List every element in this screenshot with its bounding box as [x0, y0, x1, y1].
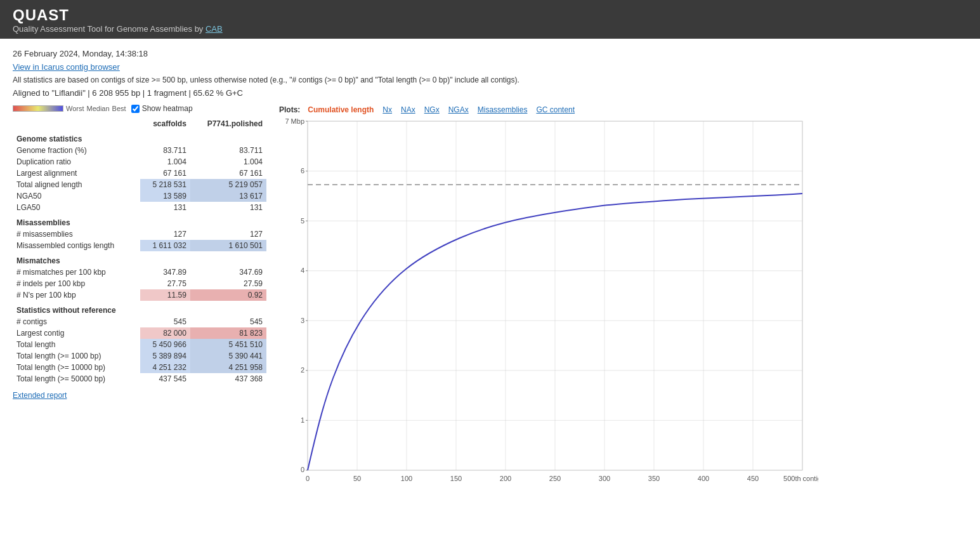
row-val2: 81 823 [190, 327, 266, 339]
row-label: Duplication ratio [13, 156, 140, 168]
row-label: LGA50 [13, 202, 140, 213]
row-val1: 1.004 [140, 156, 190, 168]
svg-text:7 Mbp: 7 Mbp [285, 118, 304, 125]
table-row: Total length (>= 10000 bp) 4 251 232 4 2… [13, 362, 266, 373]
datetime-line: 26 February 2024, Monday, 14:38:18 [13, 49, 967, 58]
svg-text:0: 0 [306, 475, 310, 482]
svg-text:50: 50 [353, 475, 361, 482]
tab-misassemblies[interactable]: Misassemblies [474, 104, 532, 115]
row-label: Largest contig [13, 327, 140, 339]
row-label: Total length [13, 339, 140, 350]
table-row: LGA50 131 131 [13, 202, 266, 213]
row-label: NGA50 [13, 190, 140, 202]
left-panel: Worst Median Best Show heatmap scaffolds… [13, 104, 266, 492]
table-row: # mismatches per 100 kbp 347.89 347.69 [13, 267, 266, 278]
cab-link[interactable]: CAB [206, 24, 223, 34]
row-val1: 347.89 [140, 267, 190, 278]
section-header: Misassemblies [13, 213, 266, 228]
table-row: # misassemblies 127 127 [13, 228, 266, 240]
row-label: Total length (>= 10000 bp) [13, 362, 140, 373]
row-val2: 347.69 [190, 267, 266, 278]
tab-cumulative[interactable]: Cumulative length [304, 104, 377, 115]
row-val1: 11.59 [140, 289, 190, 301]
chart-container: 7 Mbp 6 5 4 3 2 1 0 0 50 100 150 200 [279, 118, 818, 492]
chart-svg: 7 Mbp 6 5 4 3 2 1 0 0 50 100 150 200 [279, 118, 818, 492]
row-val2: 545 [190, 316, 266, 327]
tab-nx[interactable]: Nx [379, 104, 396, 115]
row-val2: 27.59 [190, 278, 266, 289]
row-label: # mismatches per 100 kbp [13, 267, 140, 278]
best-label: Best [112, 105, 126, 112]
section-header: Statistics without reference [13, 301, 266, 316]
row-val1: 27.75 [140, 278, 190, 289]
svg-text:100: 100 [401, 475, 412, 482]
chart-caption: Contigs are ordered from largest (contig… [279, 498, 818, 499]
row-val1: 82 000 [140, 327, 190, 339]
plot-tabs: Plots: Cumulative length Nx NAx NGx NGAx… [279, 104, 967, 115]
table-row: # indels per 100 kbp 27.75 27.59 [13, 278, 266, 289]
col-header-scaffolds: scaffolds [140, 118, 190, 129]
row-label: # indels per 100 kbp [13, 278, 140, 289]
tab-nax[interactable]: NAx [397, 104, 419, 115]
section-header-label: Statistics without reference [13, 301, 266, 316]
row-val1: 1 611 032 [140, 240, 190, 251]
svg-text:6: 6 [301, 167, 304, 175]
col-header-label [13, 118, 140, 129]
table-row: Total aligned length 5 218 531 5 219 057 [13, 179, 266, 190]
svg-text:400: 400 [698, 475, 709, 482]
section-header: Mismatches [13, 251, 266, 267]
tab-ngx[interactable]: NGx [421, 104, 443, 115]
svg-text:1: 1 [301, 416, 304, 424]
row-val1: 5 389 894 [140, 350, 190, 362]
row-val2: 127 [190, 228, 266, 240]
row-val2: 67 161 [190, 168, 266, 179]
show-heatmap-text: Show heatmap [142, 104, 193, 113]
row-val2: 1 610 501 [190, 240, 266, 251]
subtitle-text: Quality Assessment Tool for Genome Assem… [13, 24, 192, 34]
heatmap-bar: Worst Median Best Show heatmap [13, 104, 266, 113]
table-row: Duplication ratio 1.004 1.004 [13, 156, 266, 168]
extended-report-link[interactable]: Extended report [13, 391, 67, 400]
icarus-link[interactable]: View in Icarus contig browser [13, 62, 120, 72]
section-header-label: Mismatches [13, 251, 266, 267]
svg-text:0: 0 [301, 466, 304, 473]
row-val2: 83.711 [190, 145, 266, 156]
svg-text:500th contig: 500th contig [783, 475, 818, 482]
row-val1: 67 161 [140, 168, 190, 179]
row-val2: 5 451 510 [190, 339, 266, 350]
row-label: Total length (>= 1000 bp) [13, 350, 140, 362]
worst-label: Worst [66, 105, 84, 112]
section-header: Genome statistics [13, 129, 266, 145]
col-header-polished: P7741.polished [190, 118, 266, 129]
row-val1: 4 251 232 [140, 362, 190, 373]
show-heatmap-label[interactable]: Show heatmap [131, 104, 193, 113]
svg-text:5: 5 [301, 217, 304, 225]
show-heatmap-checkbox[interactable] [131, 105, 140, 113]
row-label: Misassembled contigs length [13, 240, 140, 251]
app-title: QUAST [13, 6, 967, 24]
row-label: Genome fraction (%) [13, 145, 140, 156]
table-row: Misassembled contigs length 1 611 032 1 … [13, 240, 266, 251]
row-val2: 0.92 [190, 289, 266, 301]
table-row: # contigs 545 545 [13, 316, 266, 327]
plots-label: Plots: [279, 105, 300, 114]
tab-ngax[interactable]: NGAx [445, 104, 473, 115]
main-content: 26 February 2024, Monday, 14:38:18 View … [0, 39, 980, 499]
row-label: # N's per 100 kbp [13, 289, 140, 301]
row-val2: 1.004 [190, 156, 266, 168]
svg-text:250: 250 [549, 475, 561, 482]
svg-text:300: 300 [599, 475, 610, 482]
svg-text:350: 350 [648, 475, 660, 482]
svg-text:3: 3 [301, 317, 304, 324]
tab-gc[interactable]: GC content [532, 104, 578, 115]
row-label: Largest alignment [13, 168, 140, 179]
row-val2: 4 251 958 [190, 362, 266, 373]
svg-text:200: 200 [500, 475, 511, 482]
table-row: # N's per 100 kbp 11.59 0.92 [13, 289, 266, 301]
stats-table: scaffolds P7741.polished Genome statisti… [13, 118, 266, 385]
row-label: Total length (>= 50000 bp) [13, 373, 140, 385]
row-val2: 13 617 [190, 190, 266, 202]
row-val1: 127 [140, 228, 190, 240]
info-text: All statistics are based on contigs of s… [13, 76, 967, 84]
row-label: # misassemblies [13, 228, 140, 240]
